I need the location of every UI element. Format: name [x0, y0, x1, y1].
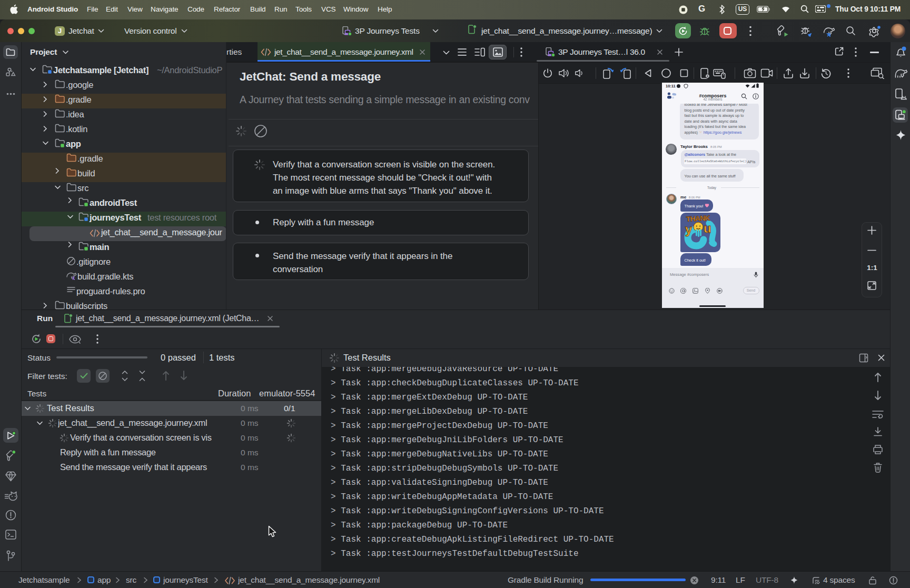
svg-text:y: y	[685, 222, 693, 236]
svg-text:u: u	[704, 221, 711, 235]
